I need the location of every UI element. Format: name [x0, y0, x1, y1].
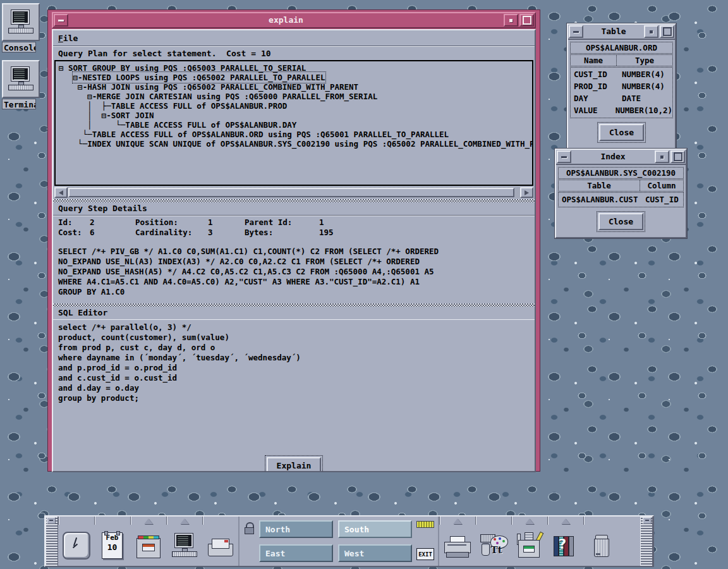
workspace-west[interactable]: West	[338, 544, 412, 562]
file-manager-launcher[interactable]	[130, 525, 166, 566]
table-row[interactable]: PROD_ID NUMBER(4)	[571, 80, 672, 92]
panel-right-group: Tt ?	[439, 517, 619, 566]
subpanel-arrow[interactable]	[180, 518, 189, 524]
file-menu[interactable]: File	[58, 34, 78, 43]
plan-node[interactable]: └─INDEX UNIQUE SCAN UNIQUE of OPS$ALANBU…	[59, 139, 532, 149]
window-menu-button[interactable]	[557, 150, 571, 163]
desktop-icon-terminal[interactable]: Terminal	[2, 60, 40, 109]
field-label: Bytes:	[245, 228, 319, 238]
explain-titlebar[interactable]: explain	[52, 12, 536, 28]
subpanel-arrow[interactable]	[144, 518, 153, 524]
table-titlebar[interactable]: Table	[568, 25, 675, 40]
plan-node[interactable]: └─TABLE ACCESS FULL of OPS$ALANBUR.ORD u…	[59, 130, 532, 139]
panel-slot-terminal	[166, 517, 202, 566]
scroll-left-arrow[interactable]	[54, 187, 68, 198]
field-value: 1	[208, 217, 245, 228]
panel-left-group: Feb 10	[58, 517, 238, 566]
file-manager-icon	[136, 538, 161, 558]
terminal-launcher[interactable]	[166, 525, 202, 566]
workspace-south[interactable]: South	[338, 520, 412, 538]
plan-node[interactable]: │ └─TABLE ACCESS FULL of OPS$ALANBUR.DAY	[59, 120, 532, 130]
style-manager-icon: Tt	[479, 533, 508, 558]
index-dialog-body: OPS$ALANBUR.SYS_C002190 Table Column OPS…	[556, 165, 686, 237]
button-row: Explain	[53, 453, 535, 472]
plan-node[interactable]: │ ⊟-SORT JOIN	[59, 111, 532, 120]
field-value: 2	[90, 217, 135, 228]
field-value: 195	[319, 228, 530, 238]
minimize-button[interactable]	[504, 14, 518, 27]
close-button[interactable]: Close	[598, 213, 643, 230]
subpanel-arrow[interactable]	[453, 518, 462, 524]
window-menu-button[interactable]	[54, 14, 68, 27]
index-column-headers: Table Column	[558, 180, 684, 192]
workspace-east[interactable]: East	[259, 544, 333, 562]
calendar-launcher[interactable]: Feb 10	[94, 525, 130, 566]
panel-minimize-left[interactable]	[47, 517, 56, 524]
plan-node[interactable]: │ ├─TABLE ACCESS FULL of OPS$ALANBUR.PRO…	[59, 101, 532, 111]
desktop-icon-label: Console	[2, 42, 36, 52]
scrollbar-track[interactable]	[68, 187, 520, 198]
lock-icon[interactable]	[245, 522, 254, 534]
help-launcher[interactable]: ?	[547, 525, 583, 566]
panel-grip-right[interactable]	[640, 517, 653, 566]
field-value: 1	[319, 217, 530, 228]
subpanel-arrow[interactable]	[561, 518, 570, 524]
trash-launcher[interactable]	[583, 525, 619, 566]
desktop-icon-label: Terminal	[2, 99, 36, 109]
plan-node-selected[interactable]: ⊟-NESTED LOOPS using PQS :Q65002 PARALLE…	[59, 73, 532, 82]
menu-bar: File	[53, 30, 535, 46]
window-title: Index	[572, 150, 654, 164]
table-window: Table OPS$ALANBUR.ORD Name Type CUST_ID …	[567, 23, 676, 149]
detail-fields: Id: 2 Position: 1 Parent Id: 1 Cost: 6 C…	[58, 217, 530, 238]
workspace-north[interactable]: North	[259, 520, 333, 538]
column-header: Table	[559, 180, 640, 191]
index-column-list: OPS$ALANBUR.CUST CUST_ID	[558, 192, 684, 207]
desktop-icon-console[interactable]: Console	[2, 3, 40, 52]
table-row[interactable]: VALUE NUMBER(10,2)	[571, 104, 672, 116]
panel-grip-left[interactable]	[46, 517, 58, 566]
sql-editor[interactable]: select /*+ parallel(o, 3) */ product, co…	[53, 319, 535, 453]
table-row[interactable]: DAY DATE	[571, 92, 672, 104]
field-label: Parent Id:	[245, 217, 319, 228]
minimize-button[interactable]	[644, 25, 658, 38]
panel-slot-style: Tt	[475, 517, 511, 566]
column-header: Name	[571, 55, 617, 66]
monitor-icon	[8, 9, 33, 35]
window-title: Table	[584, 25, 643, 39]
scrollbar-thumb[interactable]	[68, 188, 514, 197]
index-object-name: OPS$ALANBUR.SYS_C002190	[558, 167, 684, 179]
table-column-list: CUST_ID NUMBER(4) PROD_ID NUMBER(4) DAY …	[570, 67, 673, 118]
horizontal-scrollbar[interactable]	[54, 187, 533, 198]
panel-slot-appmanager	[511, 517, 547, 566]
table-column-headers: Name Type	[570, 54, 673, 66]
window-menu-button[interactable]	[569, 25, 583, 38]
close-button[interactable]: Close	[599, 124, 644, 141]
table-row[interactable]: CUST_ID NUMBER(4)	[571, 68, 672, 80]
plan-node[interactable]: ⊟ SORT GROUP BY using PQS :Q65003 PARALL…	[59, 63, 532, 73]
minimize-button[interactable]	[655, 150, 669, 163]
scroll-right-arrow[interactable]	[520, 187, 533, 198]
maximize-button[interactable]	[660, 25, 674, 38]
maximize-button[interactable]	[670, 150, 685, 163]
explain-client-area: File Query Plan for select statement. Co…	[52, 29, 536, 472]
panel-slot-clock	[58, 517, 94, 566]
clock-launcher[interactable]	[58, 525, 94, 566]
sql-editor-text[interactable]: select /*+ parallel(o, 3) */ product, co…	[58, 322, 530, 403]
plan-node[interactable]: ⊟-MERGE JOIN CARTESIAN using PQS :Q65000…	[59, 92, 532, 101]
help-icon: ?	[554, 535, 578, 556]
index-titlebar[interactable]: Index	[556, 150, 686, 165]
explain-button[interactable]: Explain	[267, 457, 322, 473]
plan-node[interactable]: ⊟-HASH JOIN using PQS :Q65002 PARALLEL_C…	[59, 82, 532, 92]
field-value: 3	[208, 228, 245, 238]
style-manager-launcher[interactable]: Tt	[475, 525, 511, 566]
maximize-button[interactable]	[519, 14, 534, 27]
exit-button[interactable]: EXIT	[416, 548, 434, 560]
panel-minimize-right[interactable]	[643, 517, 652, 524]
printer-icon	[444, 536, 471, 558]
panel-slot-help: ?	[547, 517, 583, 566]
printer-launcher[interactable]	[439, 525, 475, 566]
mail-launcher[interactable]	[202, 525, 238, 566]
subpanel-arrow[interactable]	[525, 518, 534, 524]
app-manager-launcher[interactable]	[511, 525, 547, 566]
index-row[interactable]: OPS$ALANBUR.CUST CUST_ID	[559, 193, 683, 205]
